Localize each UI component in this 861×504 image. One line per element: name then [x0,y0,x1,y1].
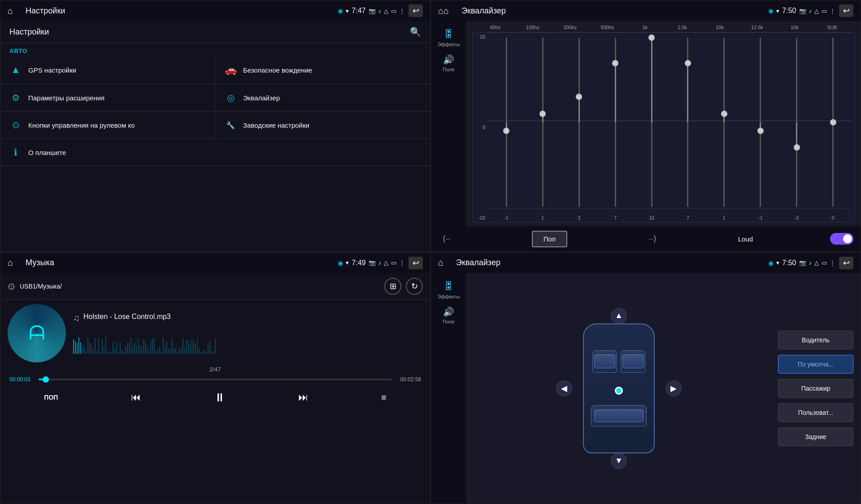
eq-slider-2[interactable] [561,36,597,209]
seat-rear [591,405,647,426]
rear-seats [591,405,647,426]
eq-thumb-8[interactable] [794,144,800,151]
sound-label: Поле [443,67,454,72]
settings-header: Настройки 🔍 [0,21,430,43]
eq-slider-7[interactable] [742,36,778,209]
field-default-btn[interactable]: По умолча... [778,355,853,374]
vol-icon-eq: ♪ [809,8,812,14]
eq-sidebar-sound[interactable]: 🔊 Поле [443,54,454,72]
settings-item-about[interactable]: ℹ О планшете [0,139,430,166]
eq-bottom-effects[interactable]: 🎛 Эффекты [437,280,460,299]
eq-slider-0[interactable] [488,36,525,209]
eq-slider-9[interactable] [815,36,851,209]
eq-bottom-sound[interactable]: 🔊 Поле [443,306,454,324]
menu-dots-icon[interactable]: ⋮ [399,8,405,14]
waveform-bar [200,352,201,353]
eq-thumb-3[interactable] [612,60,618,66]
home-icon-eq[interactable]: ⌂ [438,6,449,16]
search-icon[interactable]: 🔍 [410,26,421,37]
music-track-count: 2/47 [209,366,221,373]
car-nav-down[interactable]: ▼ [611,453,627,469]
home-icon-eq-b[interactable]: ⌂ [438,258,444,268]
eq-slider-1[interactable] [525,36,561,209]
location-icon: ◉ [338,7,343,14]
back-button-music[interactable]: ↩ [409,257,423,269]
music-playlist-btn[interactable]: ≡ [377,390,391,405]
waveform-bar [170,349,171,354]
eq-thumb-9[interactable] [830,119,836,125]
music-pause-btn[interactable]: ⏸ [209,388,230,407]
eq-val-4: 10 [634,215,670,220]
eq-thumb-5[interactable] [685,60,691,66]
panel-eq-top: ⌂ Эквалайзер ◉ ▾ 7:50 📷 ♪ △ ▭ ⋮ ↩ 🎛 Эффе… [430,0,861,252]
back-button-eq-b[interactable]: ↩ [839,257,853,269]
back-button-eq[interactable]: ↩ [839,4,853,17]
eq-sidebar-effects[interactable]: 🎛 Эффекты [437,28,460,47]
settings-item-steering[interactable]: ⊙ Кнопки управления на рулевом ко [0,112,215,138]
music-next-btn[interactable]: ⏭ [294,389,313,406]
eq-val-9: 0 [815,215,851,220]
settings-item-factory[interactable]: 🔧 Заводские настройки [215,112,430,138]
eq-thumb-1[interactable] [539,111,546,117]
waveform-bar [113,341,113,353]
waveform-bar [177,352,178,354]
car-nav-right[interactable]: ▶ [665,380,682,396]
settings-item-equalizer[interactable]: ◎ Эквалайзер [215,84,430,111]
eq-slider-8[interactable] [778,36,815,209]
gps-label: GPS настройки [28,66,76,74]
eq-next-btn[interactable]: ··⟩ [644,231,661,246]
menu-dots-icon-music[interactable]: ⋮ [399,259,405,266]
waveform-bar [193,340,194,353]
eq-fill-5 [687,63,688,122]
field-passenger-btn[interactable]: Пассажир [778,379,853,398]
eq-thumb-2[interactable] [576,94,582,100]
factory-label: Заводские настройки [243,121,309,129]
waveform-bar [195,344,196,353]
settings-item-driving[interactable]: 🚗 Безопасное вождение [215,56,430,84]
music-grid-btn[interactable]: ⊞ [384,278,401,295]
eq-thumb-7[interactable] [757,128,764,134]
waveform-bar [95,338,96,354]
waveform-bar [202,351,203,354]
settings-item-params[interactable]: ⚙ Параметры расширения [0,84,215,111]
menu-dots-icon-eq[interactable]: ⋮ [830,8,835,14]
waveform-bar [80,342,81,354]
eq-thumb-6[interactable] [721,111,727,117]
field-custom-btn[interactable]: Пользоват... [778,403,853,422]
home-icon-music[interactable]: ⌂ [8,258,13,268]
music-prev-btn[interactable]: ⏮ [126,389,145,406]
camera-icon-eq: 📷 [799,8,806,14]
back-button[interactable]: ↩ [409,4,423,17]
eq-slider-6[interactable] [706,36,742,209]
home-icon[interactable] [8,6,13,16]
signal-icon-eq-b: △ [814,259,819,266]
camera-icon-eq-b: 📷 [799,259,806,266]
music-loop-btn[interactable]: ↻ [406,278,423,295]
car-nav-up[interactable]: ▲ [611,308,627,324]
about-label: О планшете [28,149,66,156]
eq-fill-4 [651,38,652,122]
effects-label-b: Эффекты [437,294,460,299]
music-progress-bar[interactable] [39,379,392,380]
eq-slider-5[interactable] [670,36,706,209]
car-center-point[interactable] [615,387,623,395]
eq-prev-btn[interactable]: ⟨·· [438,231,455,246]
eq-loud-toggle[interactable] [830,233,853,245]
eq-track-7 [760,38,761,207]
eq-slider-4[interactable] [634,36,670,209]
eq-thumb-0[interactable] [503,128,509,134]
waveform-bar [136,345,137,353]
waveform-bar [197,338,198,354]
field-driver-btn[interactable]: Водитель [778,331,853,349]
info-icon: ℹ [9,147,22,158]
settings-item-gps[interactable]: ▲ GPS настройки [0,56,215,84]
car-nav-left[interactable]: ◀ [556,380,572,396]
eq-preset-button[interactable]: Поп [532,231,567,247]
menu-dots-icon-eq-b[interactable]: ⋮ [830,259,835,266]
eq-thumb-4[interactable] [648,34,655,41]
field-rear-btn[interactable]: Задние [778,427,853,446]
eq-slider-3[interactable] [597,36,634,209]
waveform-bar [168,349,169,353]
signal-icon-music: △ [384,259,388,266]
waveform-bar [184,347,185,354]
